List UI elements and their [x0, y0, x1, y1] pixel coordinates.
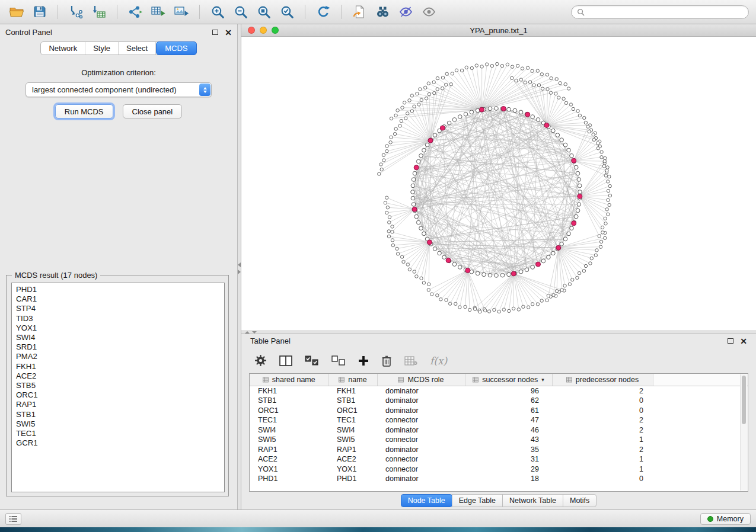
mcds-result-item[interactable]: STP4 — [16, 304, 224, 313]
cell-name: TEC1 — [328, 415, 377, 425]
run-mcds-button[interactable]: Run MCDS — [55, 104, 113, 118]
import-table-icon[interactable] — [90, 4, 109, 21]
mcds-result-list[interactable]: PHD1CAR1STP4TID3YOX1SWI4SRD1PMA2FKH1ACE2… — [11, 283, 225, 492]
criterion-select[interactable]: largest connected component (undirected) — [25, 82, 212, 97]
mcds-result-item[interactable]: ORC1 — [16, 390, 224, 400]
zoom-out-icon[interactable] — [231, 4, 250, 21]
collapse-left-icon[interactable] — [238, 262, 241, 267]
toolbar-separator — [199, 5, 200, 19]
tab-select[interactable]: Select — [119, 42, 156, 55]
zoom-in-icon[interactable] — [208, 4, 227, 21]
cell-shared-name: STB1 — [250, 396, 328, 406]
search-field[interactable] — [571, 5, 749, 19]
tab-network[interactable]: Network — [41, 42, 85, 55]
column-header-shared-name[interactable]: shared name — [250, 374, 328, 386]
float-table-panel-icon[interactable] — [728, 338, 733, 344]
horizontal-splitter[interactable] — [241, 331, 756, 334]
tab-edge-table[interactable]: Edge Table — [452, 494, 503, 507]
show-columns-icon[interactable] — [279, 355, 292, 366]
main-toolbar — [0, 0, 756, 24]
memory-button[interactable]: Memory — [700, 513, 751, 525]
export-table-icon[interactable] — [149, 4, 168, 21]
table-row[interactable]: STB1STB1dominator620 — [250, 396, 748, 406]
tab-network-table[interactable]: Network Table — [502, 494, 563, 507]
task-history-button[interactable] — [5, 513, 21, 525]
tab-mcds[interactable]: MCDS — [156, 41, 196, 55]
zoom-selected-icon[interactable] — [277, 4, 296, 21]
deselect-all-icon[interactable] — [331, 355, 346, 366]
minimize-window-button[interactable] — [260, 27, 267, 34]
export-image-icon[interactable] — [172, 4, 191, 21]
cell-successor-nodes: 18 — [465, 474, 552, 484]
mcds-result-item[interactable]: SWI5 — [16, 419, 224, 429]
network-graph[interactable] — [241, 37, 756, 331]
mcds-result-item[interactable]: PHD1 — [16, 285, 224, 294]
import-network-icon[interactable] — [66, 4, 85, 21]
save-icon[interactable] — [30, 4, 49, 21]
collapse-down-icon[interactable] — [252, 331, 257, 334]
table-row[interactable]: RAP1RAP1dominator352 — [250, 445, 748, 455]
table-row[interactable]: SWI4SWI4dominator462 — [250, 425, 748, 435]
cell-mcds-role: dominator — [377, 474, 465, 484]
table-row[interactable]: ACE2ACE2connector311 — [250, 454, 748, 464]
tab-motifs[interactable]: Motifs — [563, 494, 596, 507]
open-file-icon[interactable] — [7, 4, 26, 21]
mcds-result-item[interactable]: FKH1 — [16, 362, 224, 371]
delete-column-icon[interactable] — [381, 355, 392, 367]
toolbar-separator — [117, 5, 117, 19]
column-header-successor-nodes[interactable]: successor nodes▾ — [465, 374, 552, 386]
table-settings-gear-icon[interactable] — [254, 354, 267, 367]
maximize-window-button[interactable] — [272, 27, 279, 34]
mcds-result-item[interactable]: ACE2 — [16, 371, 224, 381]
export-network-icon[interactable] — [126, 4, 145, 21]
close-window-button[interactable] — [248, 27, 255, 34]
zoom-fit-icon[interactable] — [254, 4, 273, 21]
mcds-result-item[interactable]: CAR1 — [16, 294, 224, 304]
cell-shared-name: RAP1 — [250, 445, 328, 455]
mcds-result-item[interactable]: STB5 — [16, 381, 224, 390]
mcds-result-item[interactable]: TID3 — [16, 314, 224, 323]
collapse-right-icon[interactable] — [238, 270, 241, 274]
cell-predecessor-nodes: 1 — [552, 454, 653, 464]
column-header-filler — [653, 374, 748, 386]
show-graphics-details-icon[interactable] — [396, 4, 415, 21]
column-header-name[interactable]: name — [328, 374, 377, 386]
mcds-result-item[interactable]: SWI4 — [16, 333, 224, 342]
mcds-result-item[interactable]: STB1 — [16, 410, 224, 419]
column-header-mcds-role[interactable]: MCDS role — [377, 374, 465, 386]
refresh-icon[interactable] — [314, 4, 333, 21]
table-row[interactable]: SWI5SWI5connector431 — [250, 435, 748, 445]
binoculars-icon[interactable] — [373, 4, 392, 21]
mcds-result-item[interactable]: PMA2 — [16, 352, 224, 361]
table-row[interactable]: TEC1TEC1connector472 — [250, 415, 748, 425]
cell-name: YOX1 — [328, 464, 377, 475]
vertical-splitter[interactable] — [237, 24, 241, 509]
table-row[interactable]: ORC1ORC1dominator610 — [250, 406, 748, 416]
column-header-predecessor-nodes[interactable]: predecessor nodes — [552, 374, 653, 386]
close-table-panel-icon[interactable]: ✕ — [740, 337, 747, 345]
select-all-icon[interactable] — [305, 355, 319, 366]
tab-node-table[interactable]: Node Table — [401, 494, 452, 507]
search-input[interactable] — [588, 8, 743, 16]
tab-style[interactable]: Style — [85, 42, 119, 55]
cell-successor-nodes: 43 — [465, 435, 552, 445]
share-document-icon[interactable] — [350, 4, 369, 21]
table-row[interactable]: YOX1YOX1connector291 — [250, 464, 748, 475]
add-column-icon[interactable] — [358, 355, 369, 366]
close-panel-button[interactable]: Close panel — [123, 104, 183, 118]
network-canvas[interactable] — [241, 37, 756, 331]
close-panel-icon[interactable]: ✕ — [225, 28, 232, 37]
mcds-result-item[interactable]: TEC1 — [16, 429, 224, 438]
table-row[interactable]: PHD1PHD1dominator180 — [250, 474, 748, 484]
mcds-result-item[interactable]: YOX1 — [16, 323, 224, 333]
table-scrollbar[interactable] — [740, 374, 747, 491]
cell-name: SWI4 — [328, 425, 377, 435]
float-panel-icon[interactable] — [212, 30, 218, 35]
eye-icon[interactable] — [419, 4, 438, 21]
mcds-result-item[interactable]: SRD1 — [16, 342, 224, 352]
table-row[interactable]: FKH1FKH1dominator962 — [250, 386, 748, 396]
table-scrollbar-thumb[interactable] — [742, 376, 746, 424]
mcds-result-item[interactable]: GCR1 — [16, 438, 224, 448]
collapse-up-icon[interactable] — [245, 331, 250, 334]
mcds-result-item[interactable]: RAP1 — [16, 400, 224, 409]
